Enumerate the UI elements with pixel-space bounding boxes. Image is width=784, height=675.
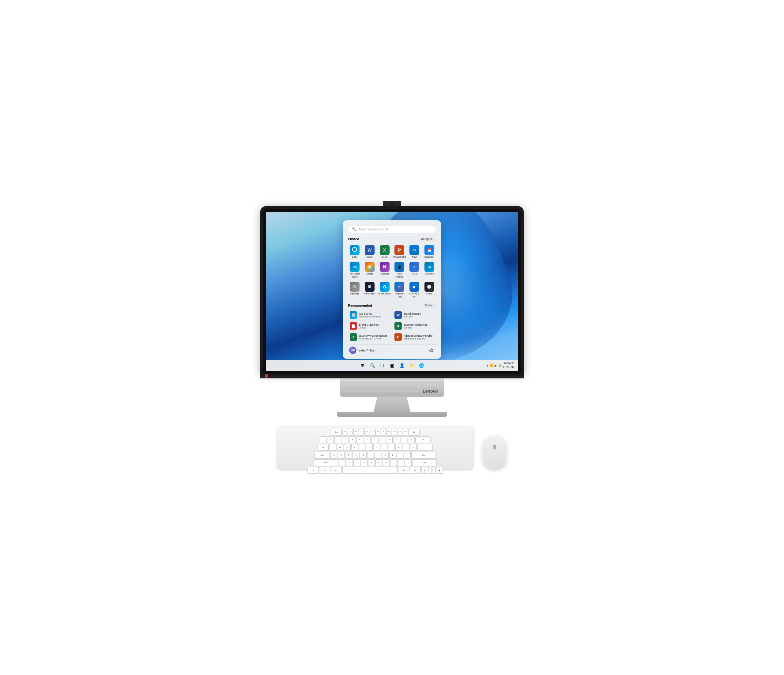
key-slash[interactable]: /	[405, 459, 412, 466]
search-bar[interactable]: 🔍 Type here to search	[348, 225, 436, 233]
key-a[interactable]: A	[330, 452, 337, 458]
key-v[interactable]: V	[361, 459, 367, 466]
key-semicolon[interactable]: ;	[397, 452, 403, 458]
key-l[interactable]: L	[389, 452, 396, 458]
app-word[interactable]: W Word	[363, 244, 377, 260]
app-onenote[interactable]: N OneNote	[378, 261, 391, 279]
key-space[interactable]	[342, 467, 398, 474]
key-f2[interactable]: F2	[348, 429, 353, 435]
key-u[interactable]: U	[373, 444, 380, 451]
taskbar-files[interactable]: 📁	[407, 361, 416, 370]
key-comma[interactable]: ,	[390, 459, 397, 466]
app-settings[interactable]: ⚙ Settings	[348, 281, 362, 299]
key-z[interactable]: Z	[339, 459, 345, 466]
key-b[interactable]: B	[368, 459, 375, 466]
taskbar-search[interactable]: 🔍	[368, 361, 377, 370]
power-button[interactable]: ⏻	[428, 346, 435, 354]
taskbar-start[interactable]: ⊞	[358, 361, 367, 370]
key-n[interactable]: N	[375, 459, 382, 466]
mouse[interactable]	[482, 435, 507, 469]
key-f1[interactable]: F1	[342, 429, 347, 435]
key-y[interactable]: Y	[366, 444, 373, 451]
key-tab[interactable]: Tab	[317, 444, 328, 451]
mouse-scroll-wheel[interactable]	[493, 444, 496, 449]
key-f5[interactable]: F5	[364, 429, 369, 435]
key-minus[interactable]: -	[401, 436, 407, 443]
key-g[interactable]: G	[360, 452, 367, 458]
key-esc[interactable]: Esc	[331, 429, 342, 435]
rec-get-started[interactable]: 🪟 Get Started Welcome to Windows	[348, 310, 391, 320]
key-i[interactable]: I	[381, 444, 387, 451]
rec-expense-worksheet[interactable]: X Expense Worksheet 12h ago	[393, 321, 436, 331]
key-enter[interactable]: Enter	[411, 452, 436, 458]
key-f6[interactable]: F6	[370, 429, 375, 435]
key-backspace[interactable]: ⌫	[415, 436, 431, 443]
key-f7[interactable]: F7	[375, 429, 380, 435]
key-altgr[interactable]: Alt	[398, 467, 409, 474]
key-x[interactable]: X	[346, 459, 353, 466]
key-up[interactable]: ▲	[431, 467, 433, 470]
app-edge[interactable]: Edge	[348, 244, 362, 260]
key-q[interactable]: Q	[329, 444, 336, 451]
taskbar-taskview[interactable]: ❑	[378, 361, 386, 370]
key-lshift[interactable]: Shift	[314, 459, 338, 466]
all-apps-button[interactable]: All apps ›	[418, 237, 436, 242]
key-f[interactable]: F	[353, 452, 359, 458]
key-right[interactable]: ►	[436, 467, 443, 474]
key-7[interactable]: 7	[371, 436, 378, 443]
key-backtick[interactable]: `	[320, 436, 327, 443]
key-j[interactable]: J	[375, 452, 381, 458]
key-k[interactable]: K	[382, 452, 389, 458]
key-f10[interactable]: F10	[392, 429, 397, 435]
key-capslock[interactable]: Caps	[314, 452, 330, 458]
search-input[interactable]: Type here to search	[358, 228, 388, 231]
key-win[interactable]: ⊞	[319, 467, 330, 474]
key-f11[interactable]: F11	[398, 429, 403, 435]
key-8[interactable]: 8	[378, 436, 385, 443]
key-1[interactable]: 1	[327, 436, 334, 443]
taskbar-widgets[interactable]: ▣	[388, 361, 396, 370]
key-backslash[interactable]: \	[417, 444, 433, 451]
key-t[interactable]: T	[359, 444, 366, 451]
key-9[interactable]: 9	[386, 436, 393, 443]
key-ctrl[interactable]: Ctrl	[308, 467, 319, 474]
key-f3[interactable]: F3	[353, 429, 358, 435]
key-fn-bottom[interactable]: Fn	[410, 467, 421, 474]
app-microsoft-store[interactable]: 🛍 Microsoft Store	[348, 261, 362, 279]
key-r[interactable]: R	[351, 444, 358, 451]
app-linkedin[interactable]: in LinkedIn	[422, 261, 436, 279]
key-down[interactable]: ▼	[431, 470, 433, 473]
key-lbracket[interactable]: [	[403, 444, 409, 451]
rec-adatum-profile[interactable]: P Adatum Company Profile Yesterday at 1:…	[393, 332, 436, 342]
rec-quarterly-payroll[interactable]: X Quarterly Payroll Report Yesterday at …	[348, 332, 391, 342]
key-c[interactable]: C	[353, 459, 360, 466]
key-p[interactable]: P	[395, 444, 402, 451]
taskbar-teams[interactable]: 👤	[398, 361, 406, 370]
app-whiteboard[interactable]: W Whiteboard	[378, 281, 391, 299]
key-e[interactable]: E	[344, 444, 351, 451]
app-snipping-tool[interactable]: ✂ Snipping Tool	[393, 281, 406, 299]
taskbar-edge-taskbar[interactable]: 🌐	[417, 361, 426, 370]
app-photos[interactable]: 🌅 Photos	[363, 261, 377, 279]
key-w[interactable]: W	[337, 444, 343, 451]
rec-travel-itinerary[interactable]: W Travel Itinerary 17m ago	[393, 310, 436, 320]
app-clock[interactable]: 🕐 Clock	[422, 281, 436, 299]
app-calendar[interactable]: 📅 Calendar	[422, 244, 436, 260]
app-excel[interactable]: X Excel	[378, 244, 391, 260]
key-f9[interactable]: F9	[386, 429, 391, 435]
key-del[interactable]: Del	[409, 429, 420, 435]
keyboard[interactable]: Esc F1 F2 F3 F4 F5 F6 F7 F8 F9 F10 F11 F…	[277, 426, 473, 469]
more-button[interactable]: More ›	[423, 303, 436, 308]
key-5[interactable]: 5	[356, 436, 363, 443]
key-d[interactable]: D	[345, 452, 352, 458]
key-o[interactable]: O	[388, 444, 395, 451]
key-quote[interactable]: '	[404, 452, 411, 458]
app-powerpoint[interactable]: P PowerPoint	[393, 244, 406, 260]
key-f4[interactable]: F4	[359, 429, 364, 435]
key-m[interactable]: M	[383, 459, 390, 466]
key-4[interactable]: 4	[349, 436, 356, 443]
key-equals[interactable]: =	[408, 436, 415, 443]
key-period[interactable]: .	[398, 459, 404, 466]
key-3[interactable]: 3	[342, 436, 348, 443]
app-mail[interactable]: ✉ Mail	[408, 244, 422, 260]
